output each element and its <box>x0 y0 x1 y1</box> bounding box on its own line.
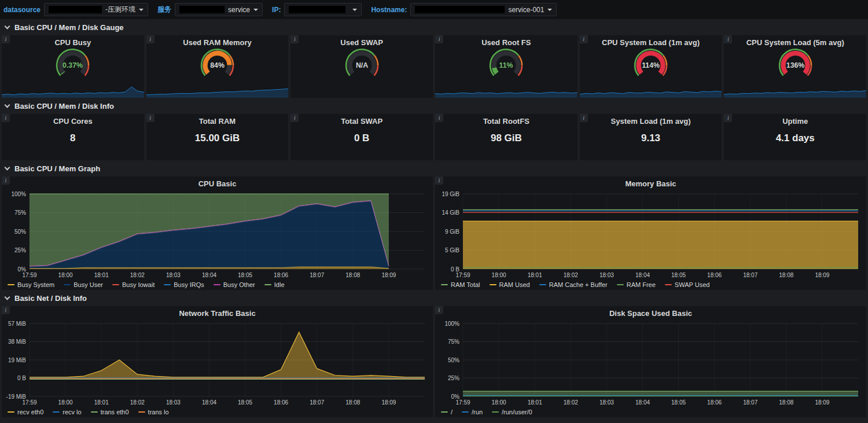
legend-item-idle[interactable]: Idle <box>264 281 285 288</box>
panel-used-swap: i Used SWAP N/A <box>290 35 433 98</box>
legend-item-busy-irqs[interactable]: Busy IRQs <box>164 281 204 288</box>
legend-color-dash <box>441 411 448 413</box>
panel-title[interactable]: Total SWAP <box>290 117 433 126</box>
panel-title[interactable]: CPU System Load (1m avg) <box>580 38 722 47</box>
panel-title[interactable]: CPU Cores <box>2 117 144 126</box>
legend-item-busy-system[interactable]: Busy System <box>8 281 54 288</box>
row-header-graph[interactable]: Basic CPU / Mem Graph <box>0 160 868 176</box>
stat-row-panels: i CPU Cores 8 i Total RAM 15.00 GiB i To… <box>0 114 868 160</box>
svg-text:5 GiB: 5 GiB <box>445 247 459 253</box>
var-service-label: 服务 <box>157 5 171 14</box>
svg-text:18:07: 18:07 <box>310 272 324 278</box>
legend-label: recv lo <box>62 409 81 415</box>
info-icon[interactable]: i <box>2 114 10 122</box>
cpu-busy-gauge: 0.37% <box>2 46 144 83</box>
var-datasource-label: datasource <box>3 6 41 14</box>
legend-item-recv-eth0[interactable]: recv eth0 <box>8 409 43 415</box>
legend-item-busy-iowait[interactable]: Busy Iowait <box>112 281 155 288</box>
legend-item-ram-used[interactable]: RAM Used <box>490 281 530 288</box>
redaction-block <box>415 6 505 13</box>
legend-item-run-user-0[interactable]: /run/user/0 <box>492 409 532 415</box>
panel-title[interactable]: System Load (1m avg) <box>580 117 722 126</box>
info-icon[interactable]: i <box>435 114 443 122</box>
sparkline <box>290 84 433 98</box>
info-icon[interactable]: i <box>435 35 443 43</box>
legend-color-dash <box>490 284 496 285</box>
stat-value: 15.00 GiB <box>146 133 289 144</box>
svg-text:18:03: 18:03 <box>166 272 181 278</box>
legend-item-busy-other[interactable]: Busy Other <box>214 281 255 288</box>
svg-text:136%: 136% <box>786 61 804 69</box>
svg-text:18:06: 18:06 <box>274 399 288 406</box>
legend-item-run[interactable]: /run <box>462 409 483 415</box>
svg-text:18:00: 18:00 <box>492 399 506 406</box>
panel-title[interactable]: CPU System Load (5m avg) <box>724 38 866 47</box>
legend-color-dash <box>53 411 60 413</box>
service-select[interactable]: service <box>175 3 263 16</box>
svg-text:19 GiB: 19 GiB <box>442 191 459 197</box>
info-icon[interactable]: i <box>724 114 732 122</box>
legend-item-[interactable]: / <box>441 409 453 415</box>
info-icon[interactable]: i <box>146 35 155 43</box>
panel-used-root-fs: i Used Root FS 11% <box>435 35 578 98</box>
legend-item-trans-lo[interactable]: trans lo <box>138 409 169 415</box>
memory-basic-chart[interactable]: 0 B5 GiB9 GiB14 GiB19 GiB17:5918:0018:01… <box>436 190 865 279</box>
info-icon[interactable]: i <box>580 35 588 43</box>
legend-item-recv-lo[interactable]: recv lo <box>53 409 81 415</box>
legend-item-swap-used[interactable]: SWAP Used <box>665 281 710 288</box>
panel-cpu-busy: i CPU Busy 0.37% <box>2 35 144 98</box>
legend-item-busy-user[interactable]: Busy User <box>64 281 103 288</box>
legend-item-ram-total[interactable]: RAM Total <box>441 281 480 288</box>
info-icon[interactable]: i <box>290 35 299 43</box>
legend-label: Busy Other <box>223 281 255 288</box>
svg-text:18:08: 18:08 <box>779 399 793 406</box>
info-icon[interactable]: i <box>580 114 588 122</box>
info-icon[interactable]: i <box>435 306 443 314</box>
panel-uptime: i Uptime 4.1 days <box>724 114 866 160</box>
row-header-gauge[interactable]: Basic CPU / Mem / Disk Gauge <box>0 19 868 35</box>
info-icon[interactable]: i <box>290 114 299 122</box>
network-traffic-chart[interactable]: -19 MiB0 B19 MiB38 MiB57 MiB17:5918:0018… <box>3 320 432 407</box>
legend-label: Busy User <box>73 281 103 288</box>
legend-item-trans-eth0[interactable]: trans eth0 <box>91 409 129 415</box>
var-ip: IP: <box>272 3 362 16</box>
datasource-select[interactable]: -压测环境 <box>44 3 148 16</box>
svg-text:50%: 50% <box>448 357 459 363</box>
hostname-select[interactable]: service-001 <box>410 3 557 16</box>
legend-item-ram-free[interactable]: RAM Free <box>617 281 656 288</box>
panel-title[interactable]: Disk Space Used Basic <box>435 309 866 318</box>
legend-label: RAM Free <box>627 281 656 288</box>
svg-text:18:03: 18:03 <box>599 399 614 406</box>
panel-disk-space-used-basic: i Disk Space Used Basic 0%25%50%75%100%1… <box>435 306 866 417</box>
load-5m-gauge: 136% <box>724 46 866 83</box>
sparkline <box>580 84 722 98</box>
info-icon[interactable]: i <box>2 306 10 314</box>
panel-title[interactable]: Total RAM <box>146 117 289 126</box>
legend-color-dash <box>214 284 220 285</box>
svg-text:14 GiB: 14 GiB <box>442 209 459 216</box>
row-header-info[interactable]: Basic CPU / Mem / Disk Info <box>0 98 868 114</box>
disk-space-chart[interactable]: 0%25%50%75%100%17:5918:0018:0118:0218:03… <box>436 320 865 407</box>
cpu-basic-chart[interactable]: 0%25%50%75%100%17:5918:0018:0118:0218:03… <box>3 190 432 279</box>
panel-title[interactable]: Used RAM Memory <box>146 38 289 47</box>
panel-title[interactable]: Uptime <box>724 117 866 126</box>
panel-title[interactable]: CPU Basic <box>2 179 433 188</box>
info-icon[interactable]: i <box>2 35 10 43</box>
info-icon[interactable]: i <box>724 35 732 43</box>
ip-select[interactable] <box>284 3 362 16</box>
var-datasource: datasource -压测环境 <box>3 3 148 16</box>
panel-title[interactable]: CPU Busy <box>2 38 144 47</box>
info-icon[interactable]: i <box>435 176 443 185</box>
info-icon[interactable]: i <box>2 176 10 185</box>
panel-title[interactable]: Total RootFS <box>435 117 578 126</box>
panel-title[interactable]: Network Traffic Basic <box>2 309 433 318</box>
svg-text:18:00: 18:00 <box>492 272 506 278</box>
info-icon[interactable]: i <box>146 114 155 122</box>
legend-item-ram-cache-buffer[interactable]: RAM Cache + Buffer <box>539 281 608 288</box>
panel-title[interactable]: Memory Basic <box>435 179 866 188</box>
panel-title[interactable]: Used Root FS <box>435 38 578 47</box>
panel-title[interactable]: Used SWAP <box>290 38 433 47</box>
load-1m-gauge: 114% <box>580 46 722 83</box>
row-header-net-disk[interactable]: Basic Net / Disk Info <box>0 290 868 306</box>
svg-text:19 MiB: 19 MiB <box>8 357 26 363</box>
